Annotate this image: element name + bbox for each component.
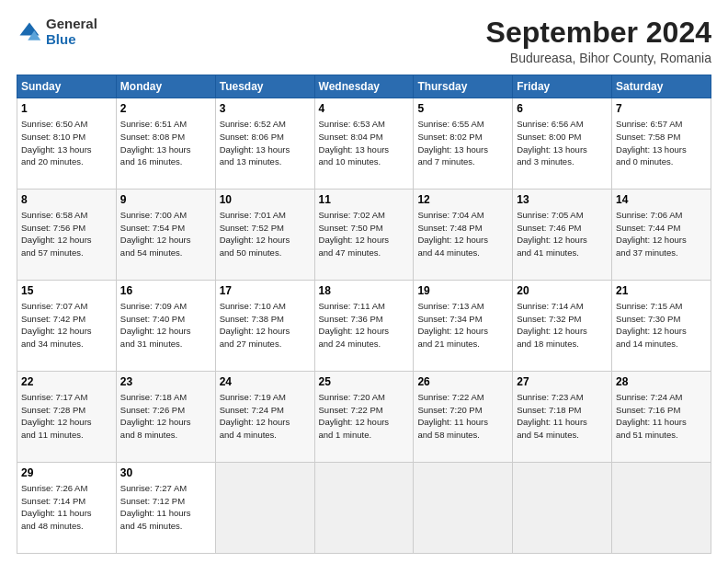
day-info: Sunrise: 7:05 AMSunset: 7:46 PMDaylight:… [517, 209, 608, 259]
col-header-tuesday: Tuesday [215, 75, 314, 98]
week-row-5: 29Sunrise: 7:26 AMSunset: 7:14 PMDayligh… [17, 463, 711, 554]
day-cell [314, 463, 414, 554]
logo-general-text: General [46, 17, 97, 32]
day-info: Sunrise: 7:18 AMSunset: 7:26 PMDaylight:… [120, 391, 211, 442]
day-info: Sunrise: 7:24 AMSunset: 7:16 PMDaylight:… [616, 391, 707, 442]
day-cell: 11Sunrise: 7:02 AMSunset: 7:50 PMDayligh… [314, 190, 414, 281]
day-number: 3 [220, 101, 311, 117]
day-cell: 13Sunrise: 7:05 AMSunset: 7:46 PMDayligh… [513, 190, 612, 281]
logo-blue-text: Blue [46, 32, 97, 48]
logo-icon [17, 19, 42, 45]
day-cell: 3Sunrise: 6:52 AMSunset: 8:06 PMDaylight… [215, 98, 314, 190]
day-info: Sunrise: 6:51 AMSunset: 8:08 PMDaylight:… [120, 118, 211, 168]
day-number: 24 [220, 374, 311, 390]
day-cell [612, 463, 711, 554]
day-cell: 17Sunrise: 7:10 AMSunset: 7:38 PMDayligh… [215, 281, 314, 372]
day-info: Sunrise: 6:55 AMSunset: 8:02 PMDaylight:… [417, 118, 508, 168]
col-header-friday: Friday [513, 75, 612, 98]
day-cell: 26Sunrise: 7:22 AMSunset: 7:20 PMDayligh… [414, 372, 513, 463]
logo: General Blue [17, 17, 97, 47]
week-row-4: 22Sunrise: 7:17 AMSunset: 7:28 PMDayligh… [17, 372, 711, 463]
day-info: Sunrise: 7:06 AMSunset: 7:44 PMDaylight:… [616, 209, 707, 259]
day-number: 10 [220, 192, 311, 208]
calendar-table: SundayMondayTuesdayWednesdayThursdayFrid… [17, 75, 711, 554]
day-info: Sunrise: 7:13 AMSunset: 7:34 PMDaylight:… [417, 300, 508, 350]
day-info: Sunrise: 7:04 AMSunset: 7:48 PMDaylight:… [417, 209, 508, 259]
day-info: Sunrise: 7:17 AMSunset: 7:28 PMDaylight:… [21, 391, 112, 442]
day-cell: 6Sunrise: 6:56 AMSunset: 8:00 PMDaylight… [513, 98, 612, 190]
day-cell: 28Sunrise: 7:24 AMSunset: 7:16 PMDayligh… [612, 372, 711, 463]
day-number: 9 [120, 192, 211, 208]
day-number: 7 [616, 101, 707, 117]
day-info: Sunrise: 7:15 AMSunset: 7:30 PMDaylight:… [616, 300, 707, 350]
day-cell: 7Sunrise: 6:57 AMSunset: 7:58 PMDaylight… [612, 98, 711, 190]
day-number: 13 [517, 192, 608, 208]
week-row-2: 8Sunrise: 6:58 AMSunset: 7:56 PMDaylight… [17, 190, 711, 281]
day-info: Sunrise: 7:19 AMSunset: 7:24 PMDaylight:… [220, 391, 311, 442]
day-info: Sunrise: 6:56 AMSunset: 8:00 PMDaylight:… [517, 118, 608, 168]
day-cell: 19Sunrise: 7:13 AMSunset: 7:34 PMDayligh… [414, 281, 513, 372]
day-cell: 25Sunrise: 7:20 AMSunset: 7:22 PMDayligh… [314, 372, 414, 463]
day-info: Sunrise: 7:23 AMSunset: 7:18 PMDaylight:… [517, 391, 608, 442]
day-number: 12 [417, 192, 508, 208]
day-cell [215, 463, 314, 554]
day-cell: 1Sunrise: 6:50 AMSunset: 8:10 PMDaylight… [17, 98, 117, 190]
day-cell: 22Sunrise: 7:17 AMSunset: 7:28 PMDayligh… [17, 372, 117, 463]
day-number: 14 [616, 192, 707, 208]
week-row-3: 15Sunrise: 7:07 AMSunset: 7:42 PMDayligh… [17, 281, 711, 372]
day-info: Sunrise: 7:20 AMSunset: 7:22 PMDaylight:… [319, 391, 410, 442]
day-info: Sunrise: 6:58 AMSunset: 7:56 PMDaylight:… [21, 209, 112, 259]
day-cell: 23Sunrise: 7:18 AMSunset: 7:26 PMDayligh… [116, 372, 215, 463]
subtitle: Budureasa, Bihor County, Romania [486, 51, 711, 65]
day-cell: 29Sunrise: 7:26 AMSunset: 7:14 PMDayligh… [17, 463, 117, 554]
day-number: 11 [319, 192, 410, 208]
day-number: 20 [517, 283, 608, 299]
day-number: 5 [417, 101, 508, 117]
day-number: 1 [21, 101, 112, 117]
col-header-monday: Monday [116, 75, 215, 98]
day-cell: 14Sunrise: 7:06 AMSunset: 7:44 PMDayligh… [612, 190, 711, 281]
day-number: 19 [417, 283, 508, 299]
day-number: 6 [517, 101, 608, 117]
col-header-sunday: Sunday [17, 75, 117, 98]
calendar-header-row: SundayMondayTuesdayWednesdayThursdayFrid… [17, 75, 711, 98]
col-header-thursday: Thursday [414, 75, 513, 98]
day-cell: 15Sunrise: 7:07 AMSunset: 7:42 PMDayligh… [17, 281, 117, 372]
day-info: Sunrise: 7:00 AMSunset: 7:54 PMDaylight:… [120, 209, 211, 259]
day-number: 16 [120, 283, 211, 299]
main-title: September 2024 [486, 17, 711, 49]
day-cell: 16Sunrise: 7:09 AMSunset: 7:40 PMDayligh… [116, 281, 215, 372]
day-number: 18 [319, 283, 410, 299]
day-info: Sunrise: 7:09 AMSunset: 7:40 PMDaylight:… [120, 300, 211, 350]
week-row-1: 1Sunrise: 6:50 AMSunset: 8:10 PMDaylight… [17, 98, 711, 190]
day-info: Sunrise: 7:11 AMSunset: 7:36 PMDaylight:… [319, 300, 410, 350]
day-number: 21 [616, 283, 707, 299]
day-number: 22 [21, 374, 112, 390]
day-cell: 30Sunrise: 7:27 AMSunset: 7:12 PMDayligh… [116, 463, 215, 554]
day-number: 8 [21, 192, 112, 208]
day-cell: 18Sunrise: 7:11 AMSunset: 7:36 PMDayligh… [314, 281, 414, 372]
day-cell: 20Sunrise: 7:14 AMSunset: 7:32 PMDayligh… [513, 281, 612, 372]
day-cell: 4Sunrise: 6:53 AMSunset: 8:04 PMDaylight… [314, 98, 414, 190]
day-cell: 27Sunrise: 7:23 AMSunset: 7:18 PMDayligh… [513, 372, 612, 463]
day-info: Sunrise: 7:07 AMSunset: 7:42 PMDaylight:… [21, 300, 112, 350]
col-header-saturday: Saturday [612, 75, 711, 98]
day-info: Sunrise: 6:53 AMSunset: 8:04 PMDaylight:… [319, 118, 410, 168]
day-cell: 2Sunrise: 6:51 AMSunset: 8:08 PMDaylight… [116, 98, 215, 190]
title-block: September 2024 Budureasa, Bihor County, … [486, 17, 711, 65]
day-number: 27 [517, 374, 608, 390]
day-info: Sunrise: 7:02 AMSunset: 7:50 PMDaylight:… [319, 209, 410, 259]
day-cell [513, 463, 612, 554]
day-cell: 9Sunrise: 7:00 AMSunset: 7:54 PMDaylight… [116, 190, 215, 281]
day-info: Sunrise: 7:01 AMSunset: 7:52 PMDaylight:… [220, 209, 311, 259]
day-number: 4 [319, 101, 410, 117]
day-number: 17 [220, 283, 311, 299]
day-cell: 5Sunrise: 6:55 AMSunset: 8:02 PMDaylight… [414, 98, 513, 190]
day-info: Sunrise: 6:52 AMSunset: 8:06 PMDaylight:… [220, 118, 311, 168]
day-number: 23 [120, 374, 211, 390]
day-number: 26 [417, 374, 508, 390]
day-info: Sunrise: 7:22 AMSunset: 7:20 PMDaylight:… [417, 391, 508, 442]
day-number: 30 [120, 465, 211, 481]
day-info: Sunrise: 6:57 AMSunset: 7:58 PMDaylight:… [616, 118, 707, 168]
day-cell: 8Sunrise: 6:58 AMSunset: 7:56 PMDaylight… [17, 190, 117, 281]
